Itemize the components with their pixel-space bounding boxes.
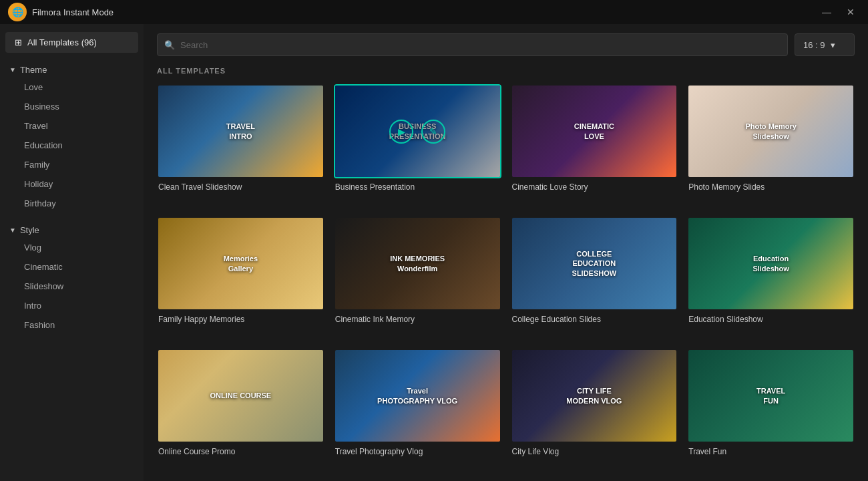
theme-section-header[interactable]: ▼ Theme	[9, 62, 134, 77]
sidebar-item-love[interactable]: Love	[9, 77, 134, 97]
close-button[interactable]: ✕	[841, 3, 860, 21]
card-thumb-wrap-college-edu: COLLEGE EDUCATION SLIDESHOW▶✎	[511, 216, 678, 311]
section-label: ALL TEMPLATES	[157, 67, 855, 75]
all-templates-button[interactable]: ⊞ All Templates (96)	[5, 32, 138, 53]
card-thumb-wrap-online-course: ONLINE COURSE▶✎	[157, 349, 324, 443]
sidebar-item-birthday[interactable]: Birthday	[9, 194, 134, 213]
app-title: Filmora Instant Mode	[32, 7, 114, 17]
card-thumb-wrap-cinematic-love: CINEMATIC LOVE▶✎	[511, 84, 678, 178]
card-thumb-wrap-clean-travel: TRAVEL INTRO▶✎	[157, 84, 324, 178]
sidebar-item-cinematic[interactable]: Cinematic	[9, 257, 134, 277]
sidebar-item-vlog[interactable]: Vlog	[9, 238, 134, 257]
template-card-travel-fun[interactable]: TRAVEL FUN▶✎Travel Fun	[687, 349, 855, 472]
search-box[interactable]: 🔍	[157, 33, 788, 56]
card-label-travel-photo: Travel Photography Vlog	[334, 447, 501, 456]
card-label-clean-travel: Clean Travel Slideshow	[157, 182, 324, 192]
style-section: ▼ Style Vlog Cinematic Slideshow Intro F…	[0, 216, 144, 337]
edit-button-cinematic-love[interactable]: ✎	[598, 120, 622, 144]
card-thumb-wrap-family-memories: Memories Gallery▶✎	[157, 216, 324, 311]
card-thumb-wrap-city-life: CITY LIFE MODERN VLOG▶✎	[511, 349, 678, 443]
edit-button-family-memories[interactable]: ✎	[244, 252, 268, 276]
all-templates-label: All Templates (96)	[27, 37, 97, 47]
card-label-online-course: Online Course Promo	[157, 447, 324, 456]
template-card-cinematic-love[interactable]: CINEMATIC LOVE▶✎Cinematic Love Story	[511, 84, 678, 207]
play-button-travel-fun[interactable]: ▶	[743, 384, 767, 408]
template-card-online-course[interactable]: ONLINE COURSE▶✎Online Course Promo	[157, 349, 324, 472]
content-area: 🔍 16 : 9 ▾ ALL TEMPLATES TRAVEL INTRO▶✎C…	[144, 24, 868, 481]
minimize-button[interactable]: —	[817, 3, 836, 21]
template-card-family-memories[interactable]: Memories Gallery▶✎Family Happy Memories	[157, 216, 324, 339]
template-card-college-edu[interactable]: COLLEGE EDUCATION SLIDESHOW▶✎College Edu…	[511, 216, 678, 339]
template-card-photo-memory[interactable]: Photo Memory Slideshow▶✎Photo Memory Sli…	[687, 84, 855, 207]
template-card-clean-travel[interactable]: TRAVEL INTRO▶✎Clean Travel Slideshow	[157, 84, 324, 207]
card-overlay-business-presentation: ▶✎	[335, 86, 500, 177]
card-thumb-wrap-photo-memory: Photo Memory Slideshow▶✎	[687, 84, 855, 178]
sidebar-item-business[interactable]: Business	[9, 97, 134, 116]
edit-button-photo-memory[interactable]: ✎	[775, 120, 799, 144]
aspect-label: 16 : 9	[803, 40, 825, 50]
aspect-dropdown[interactable]: 16 : 9 ▾	[795, 33, 855, 56]
edit-button-business-presentation[interactable]: ✎	[421, 120, 445, 144]
template-card-travel-photo[interactable]: Travel PHOTOGRAPHY VLOG▶✎Travel Photogra…	[334, 349, 501, 472]
template-card-ink-memory[interactable]: INK MEMORIES Wonderfilm▶✎Cinematic Ink M…	[334, 216, 501, 339]
edit-button-city-life[interactable]: ✎	[598, 384, 622, 408]
sidebar-item-travel[interactable]: Travel	[9, 116, 134, 136]
edit-button-edu-slideshow[interactable]: ✎	[775, 252, 799, 276]
chevron-down-icon: ▼	[9, 66, 16, 73]
play-button-family-memories[interactable]: ▶	[212, 252, 236, 276]
template-card-city-life[interactable]: CITY LIFE MODERN VLOG▶✎City Life Vlog	[511, 349, 678, 472]
chevron-down-icon-aspect: ▾	[831, 40, 835, 50]
play-button-cinematic-love[interactable]: ▶	[566, 120, 590, 144]
edit-button-ink-memory[interactable]: ✎	[421, 252, 445, 276]
card-thumb-wrap-business-presentation: BUSINESS PRESENTATION▶✎	[334, 84, 501, 178]
play-button-city-life[interactable]: ▶	[566, 384, 590, 408]
sidebar-item-slideshow[interactable]: Slideshow	[9, 277, 134, 296]
card-thumb-wrap-travel-fun: TRAVEL FUN▶✎	[687, 349, 855, 443]
card-label-photo-memory: Photo Memory Slides	[687, 182, 855, 192]
chevron-down-icon-style: ▼	[9, 226, 16, 234]
card-label-family-memories: Family Happy Memories	[157, 315, 324, 324]
play-button-online-course[interactable]: ▶	[212, 384, 236, 408]
sidebar-item-intro[interactable]: Intro	[9, 296, 134, 315]
template-card-business-presentation[interactable]: BUSINESS PRESENTATION▶✎Business Presenta…	[334, 84, 501, 207]
card-label-cinematic-love: Cinematic Love Story	[511, 182, 678, 192]
main-layout: ⊞ All Templates (96) ▼ Theme Love Busine…	[0, 24, 868, 481]
play-button-ink-memory[interactable]: ▶	[389, 252, 413, 276]
play-button-edu-slideshow[interactable]: ▶	[743, 252, 767, 276]
sidebar: ⊞ All Templates (96) ▼ Theme Love Busine…	[0, 24, 144, 481]
card-label-ink-memory: Cinematic Ink Memory	[334, 315, 501, 324]
card-thumb-wrap-travel-photo: Travel PHOTOGRAPHY VLOG▶✎	[334, 349, 501, 443]
template-card-edu-slideshow[interactable]: Education Slideshow▶✎Education Slideshow	[687, 216, 855, 339]
theme-section: ▼ Theme Love Business Travel Education F…	[0, 55, 144, 216]
edit-button-online-course[interactable]: ✎	[244, 384, 268, 408]
theme-section-label: Theme	[20, 65, 47, 75]
edit-button-travel-fun[interactable]: ✎	[775, 384, 799, 408]
search-input[interactable]	[180, 40, 781, 50]
templates-grid: TRAVEL INTRO▶✎Clean Travel SlideshowBUSI…	[157, 84, 855, 472]
sidebar-item-fashion[interactable]: Fashion	[9, 315, 134, 335]
play-button-college-edu[interactable]: ▶	[566, 252, 590, 276]
play-button-photo-memory[interactable]: ▶	[743, 120, 767, 144]
edit-button-college-edu[interactable]: ✎	[598, 252, 622, 276]
sidebar-item-education[interactable]: Education	[9, 136, 134, 155]
grid-icon: ⊞	[15, 37, 22, 47]
play-button-clean-travel[interactable]: ▶	[212, 120, 236, 144]
card-label-business-presentation: Business Presentation	[334, 182, 501, 192]
window-controls: — ✕	[817, 3, 860, 21]
play-button-travel-photo[interactable]: ▶	[389, 384, 413, 408]
play-button-business-presentation[interactable]: ▶	[389, 120, 413, 144]
card-thumb-wrap-ink-memory: INK MEMORIES Wonderfilm▶✎	[334, 216, 501, 311]
sidebar-item-family[interactable]: Family	[9, 155, 134, 174]
search-row: 🔍 16 : 9 ▾	[157, 33, 855, 56]
card-label-college-edu: College Education Slides	[511, 315, 678, 324]
sidebar-item-holiday[interactable]: Holiday	[9, 174, 134, 194]
card-label-city-life: City Life Vlog	[511, 447, 678, 456]
search-icon: 🔍	[164, 40, 175, 50]
edit-button-clean-travel[interactable]: ✎	[244, 120, 268, 144]
titlebar: 🌐 Filmora Instant Mode — ✕	[0, 0, 868, 24]
edit-button-travel-photo[interactable]: ✎	[421, 384, 445, 408]
style-section-header[interactable]: ▼ Style	[9, 222, 134, 238]
card-label-edu-slideshow: Education Slideshow	[687, 315, 855, 324]
card-thumb-wrap-edu-slideshow: Education Slideshow▶✎	[687, 216, 855, 311]
style-section-label: Style	[20, 225, 39, 235]
